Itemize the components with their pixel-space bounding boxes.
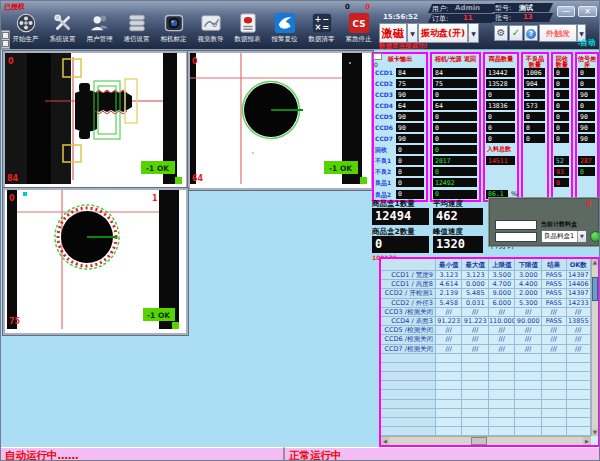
scroll-up-icon[interactable]: ▲ (592, 259, 598, 266)
stats-cell (577, 144, 597, 155)
camera1-bottom-left-count: 84 (7, 174, 19, 183)
toolbar-item-data-clear[interactable]: +−×=数据清零 (303, 12, 340, 44)
results-empty-cell (436, 381, 463, 390)
stats-value-box: 90 (396, 90, 424, 99)
stats-cell: 13836 (485, 100, 517, 111)
ccd-stats-panel: 板卡输出CCD1CCD2CCD3CCD4CCD5CCD6CCD7回收不良1不良2… (372, 52, 600, 202)
toolbar-item-system-settings[interactable]: 系统设置 (44, 12, 81, 44)
results-empty-cell (542, 354, 567, 363)
stats-cell: 12492 (432, 177, 479, 188)
results-row[interactable]: CCD2 / 外径35.4580.0316.0005.300PASS14233 (381, 299, 591, 308)
stats-cell: 0 (523, 133, 547, 144)
vibrator-button[interactable]: 振动盘(开) (418, 23, 468, 43)
stats-column-body: CCD1CCD2CCD3CCD4CCD5CCD6CCD7回收不良1不良2良品1良… (374, 67, 426, 200)
chevron-down-icon: ▼ (577, 231, 586, 242)
stats-value-box: 0 (524, 123, 545, 132)
report-icon (237, 12, 259, 34)
vibrator-dropdown-arrow-icon[interactable]: ▼ (468, 23, 479, 43)
stats-cell: 0 (432, 111, 479, 122)
results-row-label: CCD2 / 牙检测1 (381, 289, 436, 298)
results-row[interactable]: CCD1 / 宽度93.1233.1233.5003.000PASS14397 (381, 271, 591, 280)
vscroll-thumb[interactable] (592, 277, 598, 301)
stats-cell: 0 (395, 144, 426, 155)
scroll-right-icon[interactable]: ▶ (583, 437, 591, 445)
stats-value-box: 0 (486, 90, 515, 99)
results-empty-cell (515, 381, 542, 390)
avg-speed-value: 462 (433, 208, 483, 225)
counter-tray-select[interactable]: 良品料盒1 ▼ (541, 230, 587, 243)
toolbar-item-emergency-stop[interactable]: CS紧急停止 (340, 12, 377, 44)
results-cell: /// (542, 308, 567, 317)
close-button[interactable]: ✕ (578, 6, 597, 17)
gear-button[interactable]: ⚙ (494, 25, 508, 41)
camera-view-3[interactable]: 0 1 75 -1 OK (3, 188, 188, 335)
results-row[interactable]: CCD1 / 高度84.6140.0004.7004.400PASS14406 (381, 280, 591, 289)
results-empty-cell (381, 390, 436, 399)
results-cell: 5.485 (462, 289, 489, 298)
stats-value-box: 0 (433, 190, 477, 199)
stats-values: 8475906490909000000 (395, 67, 426, 200)
stats-value-box: 14511 (486, 156, 515, 165)
toolbar-item-vision-teach[interactable]: 视觉教导 (192, 12, 229, 44)
clock: 15:56:52 (383, 13, 418, 21)
stats-cell: 90 (395, 133, 426, 144)
results-cell: 0.000 (462, 280, 489, 289)
help-button[interactable]: ? (524, 25, 538, 41)
results-row[interactable]: CCD4 / 表面391.22391.223110.00090.000PASS1… (381, 317, 591, 326)
stats-cell: 84 (432, 67, 479, 78)
results-empty-cell (515, 427, 542, 436)
hscroll-thumb[interactable] (471, 437, 487, 445)
results-row[interactable]: CCD6 /检测关闭////////////////// (381, 335, 591, 344)
results-cell: PASS (542, 289, 567, 298)
counter-input-2[interactable] (495, 232, 537, 242)
results-empty-cell (542, 409, 567, 418)
results-empty-cell (381, 400, 436, 409)
results-horizontal-scrollbar[interactable]: ◀ ▶ (381, 436, 591, 445)
toolbar-item-comm-settings[interactable]: 通信设置 (118, 12, 155, 44)
results-row[interactable]: CCD5 /检测关闭////////////////// (381, 326, 591, 335)
check-button[interactable]: ✓ (509, 25, 523, 41)
stats-cell: 90 (577, 89, 597, 100)
camera-view-1[interactable]: 0 84 -1 OK (3, 51, 188, 190)
excite-button[interactable]: 激磁 (379, 23, 407, 43)
stats-corner-value: 0 (374, 61, 378, 68)
results-row[interactable]: CCD7 /检测关闭////////////////// (381, 345, 591, 354)
stats-cell (523, 144, 547, 155)
stats-cell: 90 (577, 122, 597, 133)
camera1-result-text: -1 OK (146, 164, 170, 173)
external-trigger-select[interactable]: 外触发 (539, 24, 577, 42)
results-cell: 6.000 (489, 299, 516, 308)
results-empty-cell (489, 400, 516, 409)
results-cell: /// (515, 326, 542, 335)
counter-input-1[interactable] (495, 220, 537, 230)
results-empty-cell (567, 400, 592, 409)
results-row[interactable]: CCD2 / 牙检测12.1395.4859.0002.000PASS14397 (381, 289, 591, 298)
results-header-cell: 最大值 (462, 259, 489, 271)
results-vertical-scrollbar[interactable]: ▲ ▼ (591, 259, 598, 436)
stats-value-box: 0 (433, 134, 477, 143)
results-cell: /// (515, 335, 542, 344)
scroll-down-icon[interactable]: ▼ (592, 429, 598, 436)
stats-cell: 0 (553, 177, 571, 188)
stats-value-box: 64 (433, 101, 477, 110)
results-empty-cell (462, 363, 489, 372)
camera-view-2[interactable]: 0 64 -1 OK (188, 51, 373, 190)
toolbar-item-user-management[interactable]: 用户管理 (81, 12, 118, 44)
results-cell: 5.300 (515, 299, 542, 308)
scroll-left-icon[interactable]: ◀ (381, 437, 389, 445)
toolbar-item-alarm-reset[interactable]: 报警复位 (266, 12, 303, 44)
stats-cell: 0 (577, 166, 597, 177)
svg-text:×: × (314, 22, 321, 32)
results-cell: 91.223 (436, 317, 463, 326)
results-row[interactable]: CCD3 /检测关闭////////////////// (381, 308, 591, 317)
minimize-button[interactable]: — (557, 6, 575, 17)
stats-cell: 0 (432, 166, 479, 177)
results-empty-row (381, 390, 591, 399)
machine-vision-app-window: 已授权 开始生产系统设置用户管理通信设置相机标定视觉教导数据报表报警复位+−×=… (0, 0, 600, 461)
excite-dropdown-arrow-icon[interactable]: ▼ (407, 23, 418, 43)
toolbar-item-data-report[interactable]: 数据报表 (229, 12, 266, 44)
toolbar-item-camera-calibration[interactable]: 相机标定 (155, 12, 192, 44)
stats-value-box: 90 (578, 123, 595, 132)
toolbar-item-start-production[interactable]: 开始生产 (7, 12, 44, 44)
stats-column-header: 商品数量 (485, 54, 517, 67)
